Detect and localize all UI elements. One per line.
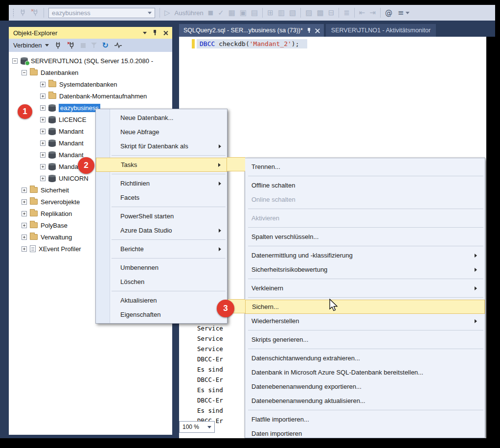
menu-item-sicherheitsrisikobewertung[interactable]: Sicherheitsrisikobewertung (245, 262, 485, 277)
connect-icon[interactable] (19, 9, 26, 17)
change-connection-icon[interactable] (31, 9, 39, 17)
zoom-dropdown[interactable]: 100 % (179, 421, 215, 433)
tree-item-server[interactable]: SERVER\JTLNO1 (SQL Server 15.0.2080 - (9, 55, 172, 67)
expand-icon[interactable] (40, 94, 45, 99)
folder-icon (48, 81, 56, 87)
object-explorer-titlebar[interactable]: Objekt-Explorer (9, 27, 172, 39)
expand-icon[interactable] (22, 246, 27, 252)
expand-icon[interactable] (40, 129, 45, 134)
menu-separator (245, 207, 485, 211)
close-icon[interactable] (163, 31, 168, 35)
expand-icon[interactable] (22, 199, 27, 205)
menu-item-umbenennen[interactable]: Umbenennen (96, 260, 227, 275)
toolbar-icon[interactable]: ≣ (343, 9, 350, 17)
toolbar-grip-icon[interactable] (12, 8, 15, 17)
expand-icon[interactable] (22, 235, 27, 240)
toolbar-icon[interactable]: ▩ (317, 9, 323, 17)
indent-right-icon[interactable]: ⇥ (369, 9, 376, 17)
menu-item-label: Neue Abfrage (120, 128, 159, 136)
menu-item-tasks[interactable]: Tasks (96, 158, 227, 172)
message-line: Service (197, 344, 223, 354)
execute-button[interactable]: Ausführen (175, 9, 204, 17)
menu-item-datenermittlung[interactable]: Datenermittlung und -klassifizierung (245, 248, 485, 262)
expand-icon[interactable] (40, 117, 45, 122)
filter-icon[interactable] (91, 43, 97, 48)
menu-item-spalten-verschluesseln[interactable]: Spalten verschlüsseln... (245, 230, 485, 244)
window-position-icon[interactable] (143, 32, 147, 34)
menu-item-azure-data-studio[interactable]: Azure Data Studio (96, 223, 227, 237)
menu-item-wiederherstellen[interactable]: Wiederherstellen (245, 314, 485, 328)
toolbar-separator (44, 8, 44, 18)
menu-item-azure-bereitstellen[interactable]: Datenbank in Microsoft Azure SQL-Datenba… (245, 365, 485, 379)
expand-icon[interactable] (22, 211, 27, 216)
toolbar-icon[interactable]: ▦ (228, 9, 235, 17)
menu-item-berichte[interactable]: Berichte (96, 242, 227, 256)
expand-icon[interactable] (40, 152, 45, 158)
database-combobox[interactable]: eazybusiness (48, 8, 155, 18)
menu-item-label: Azure Data Studio (120, 227, 172, 234)
menu-item-label: Datenebenenanwendung exportieren... (251, 383, 362, 390)
expand-icon[interactable] (40, 105, 45, 111)
toolbar-icon[interactable]: ▧ (289, 9, 296, 17)
expand-icon[interactable] (40, 82, 45, 87)
tree-item-datenbanken[interactable]: Datenbanken (9, 67, 172, 78)
menu-item-skript-fuer-datenbank[interactable]: Skript für Datenbank als (96, 139, 227, 153)
execute-play-icon[interactable]: ▷ (164, 9, 170, 17)
menu-item-facets[interactable]: Facets (96, 190, 227, 205)
menu-item-eigenschaften[interactable]: Eigenschaften (96, 307, 227, 322)
menu-item-sichern[interactable]: Sichern... (245, 300, 485, 314)
menu-item-neue-datenbank[interactable]: Neue Datenbank... (96, 111, 227, 125)
menu-item-offline-schalten[interactable]: Offline schalten (245, 178, 485, 192)
menu-item-daten-importieren[interactable]: Daten importieren (245, 426, 485, 438)
parse-check-icon[interactable]: ✓ (218, 9, 224, 17)
toolbar-icon[interactable]: ▨ (305, 9, 312, 17)
expand-icon[interactable] (40, 141, 45, 146)
menu-item-datenebenenanwendung-exportieren[interactable]: Datenebenenanwendung exportieren... (245, 379, 485, 394)
expand-icon[interactable] (40, 164, 45, 169)
refresh-icon[interactable]: ↻ (102, 42, 109, 49)
tree-item-momentaufnahmen[interactable]: Datenbank-Momentaufnahmen (9, 90, 172, 102)
close-icon[interactable] (315, 28, 319, 33)
toolbar-icon[interactable]: ▣ (240, 9, 247, 17)
expand-icon[interactable] (22, 223, 27, 228)
toolbar-icon[interactable]: ▥ (278, 9, 285, 17)
menu-item-loeschen[interactable]: Löschen (96, 275, 227, 289)
menu-separator (245, 347, 485, 351)
menu-item-datenschichtanwendung-extrahieren[interactable]: Datenschichtanwendung extrahieren... (245, 351, 485, 365)
stop-icon[interactable]: ■ (208, 10, 213, 16)
toolbar-icon[interactable]: ▤ (251, 9, 258, 17)
indent-left-icon[interactable]: ⇤ (359, 9, 365, 17)
activity-monitor-icon[interactable] (114, 42, 122, 48)
expand-icon[interactable] (22, 188, 27, 193)
stop-icon[interactable] (81, 43, 86, 48)
at-icon[interactable]: @ (385, 9, 392, 17)
tab-activity-monitor[interactable]: SERVER\JTLNO1 - Aktivitätsmonitor (326, 24, 436, 37)
menu-item-skripts-generieren[interactable]: Skripts generieren... (245, 332, 485, 347)
collapse-icon[interactable] (22, 70, 27, 75)
pin-icon[interactable] (307, 27, 311, 33)
menu-item-richtlinien[interactable]: Richtlinien (96, 176, 227, 190)
chevron-down-icon[interactable] (148, 12, 152, 14)
menu-item-powershell-starten[interactable]: PowerShell starten (96, 209, 227, 223)
connect-object-icon[interactable] (54, 42, 62, 49)
code-line[interactable]: DBCC checkdb('Mandant_2'); (200, 40, 299, 47)
collapse-icon[interactable] (12, 58, 18, 64)
toolbar-icon[interactable]: ⊞ (267, 9, 273, 17)
disconnect-icon[interactable] (67, 42, 75, 49)
tasks-submenu: Trennen... Offline schalten Online schal… (245, 158, 485, 438)
menu-item-datenebenenanwendung-aktualisieren[interactable]: Datenebenenanwendung aktualisieren... (245, 394, 485, 408)
toolbar-overflow-button[interactable]: ≡ (398, 9, 409, 17)
pin-icon[interactable] (153, 30, 157, 36)
menu-item-verkleinern[interactable]: Verkleinern (245, 281, 485, 295)
menu-item-aktualisieren[interactable]: Aktualisieren (96, 293, 227, 307)
menu-item-trennen[interactable]: Trennen... (245, 160, 485, 174)
tree-item-systemdatenbanken[interactable]: Systemdatenbanken (9, 78, 172, 90)
submenu-arrow-icon (475, 286, 477, 290)
toolbar-icon[interactable]: ⊟ (328, 9, 335, 17)
menu-item-neue-abfrage[interactable]: Neue Abfrage (96, 125, 227, 139)
menu-item-flatfile-importieren[interactable]: Flatfile importieren... (245, 412, 485, 426)
tab-sqlquery[interactable]: SQLQuery2.sql - SER...ybusiness (sa (73)… (179, 24, 324, 37)
menu-item-label: Eigenschaften (120, 311, 160, 318)
expand-icon[interactable] (40, 176, 45, 181)
connect-button[interactable]: Verbinden (13, 42, 49, 49)
